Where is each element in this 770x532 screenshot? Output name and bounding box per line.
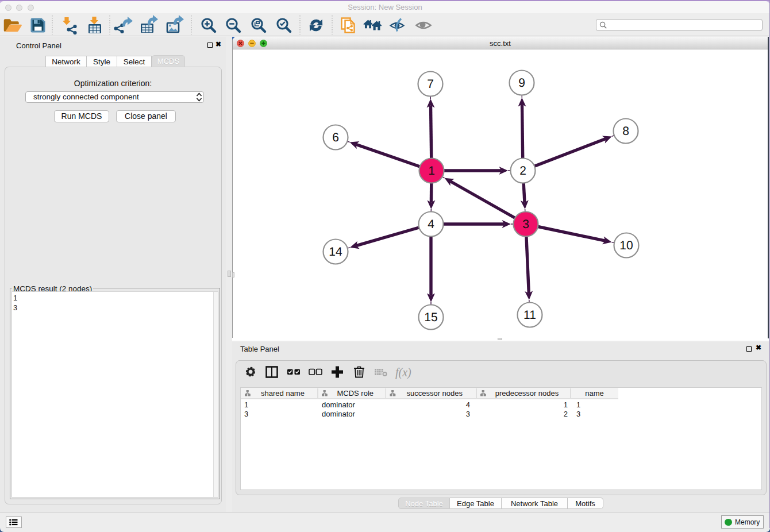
svg-text:11: 11 [523,309,536,322]
svg-text:shared name: shared name [261,389,305,398]
svg-text:3: 3 [522,218,529,231]
svg-text:8: 8 [622,125,629,138]
svg-text:15: 15 [424,311,437,324]
svg-text:predecessor nodes: predecessor nodes [495,389,559,398]
svg-text:name: name [585,389,604,398]
svg-text:MCDS role: MCDS role [337,389,374,398]
svg-text:1: 1 [428,164,435,178]
svg-text:7: 7 [427,78,434,91]
svg-text:2: 2 [519,164,526,178]
svg-text:9: 9 [518,76,525,90]
svg-text:successor nodes: successor nodes [406,389,463,398]
svg-text:4: 4 [428,218,434,231]
svg-text:10: 10 [619,239,633,252]
svg-text:f(x): f(x) [395,366,411,379]
svg-text:6: 6 [332,131,339,144]
svg-text:14: 14 [329,245,342,259]
